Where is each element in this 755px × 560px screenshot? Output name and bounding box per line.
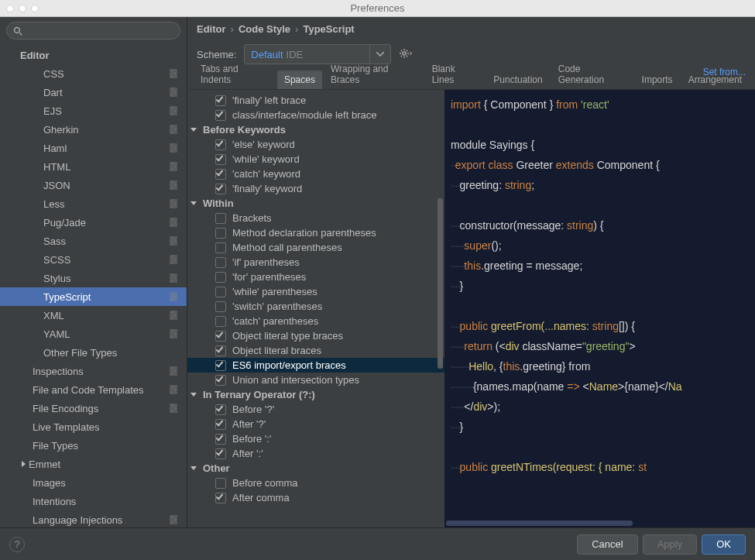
option--if-parentheses[interactable]: 'if' parentheses bbox=[187, 255, 444, 270]
checkbox[interactable] bbox=[215, 331, 226, 342]
help-button[interactable]: ? bbox=[9, 537, 25, 552]
checkbox[interactable] bbox=[215, 360, 226, 371]
sidebar-item-intentions[interactable]: Intentions bbox=[0, 492, 187, 510]
apply-button[interactable]: Apply bbox=[643, 534, 698, 555]
checkbox[interactable] bbox=[215, 404, 226, 415]
sidebar-item-inspections[interactable]: Inspections bbox=[0, 362, 187, 380]
sidebar-item-editor[interactable]: Editor bbox=[0, 46, 187, 64]
ok-button[interactable]: OK bbox=[702, 534, 746, 555]
sidebar-item-dart[interactable]: Dart bbox=[0, 83, 187, 101]
option--switch-parentheses[interactable]: 'switch' parentheses bbox=[187, 299, 444, 314]
sidebar-item-stylus[interactable]: Stylus bbox=[0, 269, 187, 287]
sidebar-item-live-templates[interactable]: Live Templates bbox=[0, 417, 187, 436]
checkbox[interactable] bbox=[215, 345, 226, 356]
scheme-select[interactable]: Default IDE bbox=[244, 44, 391, 64]
sidebar-item-haml[interactable]: Haml bbox=[0, 139, 187, 157]
option--while-keyword[interactable]: 'while' keyword bbox=[187, 152, 444, 167]
sidebar-item-css[interactable]: CSS bbox=[0, 64, 187, 83]
option-brackets[interactable]: Brackets bbox=[187, 211, 444, 225]
option--catch-keyword[interactable]: 'catch' keyword bbox=[187, 167, 444, 181]
sidebar-item-json[interactable]: JSON bbox=[0, 176, 187, 194]
sidebar-item-scss[interactable]: SCSS bbox=[0, 250, 187, 269]
sidebar-item-other-file-types[interactable]: Other File Types bbox=[0, 343, 187, 362]
checkbox[interactable] bbox=[215, 110, 226, 121]
crumb-1[interactable]: Code Style bbox=[239, 23, 290, 35]
option-es6-import-export-braces[interactable]: ES6 import/export braces bbox=[187, 358, 444, 373]
option-class-interface-module-left-brace[interactable]: class/interface/module left brace bbox=[187, 108, 444, 122]
checkbox[interactable] bbox=[215, 287, 226, 297]
option-object-literal-braces[interactable]: Object literal braces bbox=[187, 343, 444, 358]
scrollbar-vertical[interactable] bbox=[438, 198, 443, 369]
sidebar-item-gherkin[interactable]: Gherkin bbox=[0, 120, 187, 139]
sidebar-item-yaml[interactable]: YAML bbox=[0, 325, 187, 343]
checkbox[interactable] bbox=[215, 154, 226, 165]
checkbox[interactable] bbox=[215, 272, 226, 283]
sidebar-item-images[interactable]: Images bbox=[0, 473, 187, 492]
option--for-parentheses[interactable]: 'for' parentheses bbox=[187, 270, 444, 284]
gear-icon[interactable] bbox=[399, 48, 413, 61]
sidebar-item-pug-jade[interactable]: Pug/Jade bbox=[0, 213, 187, 232]
sidebar-item-ejs[interactable]: EJS bbox=[0, 101, 187, 120]
sidebar-item-sass[interactable]: Sass bbox=[0, 232, 187, 250]
option-group-header[interactable]: Other bbox=[187, 461, 444, 476]
search-field[interactable] bbox=[22, 25, 173, 36]
tab-spaces[interactable]: Spaces bbox=[277, 70, 322, 89]
option-group-header[interactable]: In Ternary Operator (?:) bbox=[187, 387, 444, 402]
checkbox[interactable] bbox=[215, 184, 226, 194]
close-dot[interactable] bbox=[6, 5, 14, 12]
sidebar-item-file-and-code-templates[interactable]: File and Code Templates bbox=[0, 380, 187, 399]
minimize-dot[interactable] bbox=[19, 5, 26, 12]
sidebar-item-label: Other File Types bbox=[43, 347, 168, 359]
sidebar-item-less[interactable]: Less bbox=[0, 194, 187, 213]
option-after-comma[interactable]: After comma bbox=[187, 490, 444, 505]
crumb-0[interactable]: Editor bbox=[197, 23, 226, 35]
tab-imports[interactable]: Imports bbox=[635, 70, 680, 89]
option-method-call-parentheses[interactable]: Method call parentheses bbox=[187, 240, 444, 255]
crumb-2[interactable]: TypeScript bbox=[303, 23, 354, 35]
option--else-keyword[interactable]: 'else' keyword bbox=[187, 137, 444, 152]
checkbox[interactable] bbox=[215, 419, 226, 430]
checkbox[interactable] bbox=[215, 478, 226, 489]
sidebar-item-language-injections[interactable]: Language Injections bbox=[0, 510, 187, 527]
checkbox[interactable] bbox=[215, 434, 226, 445]
checkbox[interactable] bbox=[215, 139, 226, 150]
option--catch-parentheses[interactable]: 'catch' parentheses bbox=[187, 314, 444, 328]
set-from-link[interactable]: Set from... bbox=[703, 67, 746, 77]
option-object-literal-type-braces[interactable]: Object literal type braces bbox=[187, 328, 444, 343]
sidebar-item-html[interactable]: HTML bbox=[0, 157, 187, 176]
option-group-header[interactable]: Before Keywords bbox=[187, 122, 444, 137]
sidebar-item-emmet[interactable]: Emmet bbox=[0, 455, 187, 473]
checkbox[interactable] bbox=[215, 257, 226, 268]
sidebar-item-file-encodings[interactable]: File Encodings bbox=[0, 399, 187, 417]
sidebar-item-typescript[interactable]: TypeScript bbox=[0, 287, 187, 306]
option-after-[interactable]: After ':' bbox=[187, 446, 444, 461]
option-before-[interactable]: Before ':' bbox=[187, 431, 444, 446]
option-after-[interactable]: After '?' bbox=[187, 417, 444, 431]
tab-punctuation[interactable]: Punctuation bbox=[486, 70, 549, 89]
option-group-header[interactable]: Within bbox=[187, 196, 444, 211]
checkbox[interactable] bbox=[215, 213, 226, 224]
option--finally-keyword[interactable]: 'finally' keyword bbox=[187, 181, 444, 196]
zoom-dot[interactable] bbox=[31, 5, 39, 12]
sidebar-item-file-types[interactable]: File Types bbox=[0, 436, 187, 455]
checkbox[interactable] bbox=[215, 375, 226, 386]
checkbox[interactable] bbox=[215, 301, 226, 312]
sidebar-item-xml[interactable]: XML bbox=[0, 306, 187, 325]
cancel-button[interactable]: Cancel bbox=[577, 534, 637, 555]
checkbox[interactable] bbox=[215, 169, 226, 180]
scrollbar-horizontal[interactable] bbox=[446, 520, 633, 526]
option-union-and-intersection-types[interactable]: Union and intersection types bbox=[187, 373, 444, 387]
option-before-comma[interactable]: Before comma bbox=[187, 476, 444, 490]
option--finally-left-brace[interactable]: 'finally' left brace bbox=[187, 93, 444, 108]
option-before-[interactable]: Before '?' bbox=[187, 402, 444, 417]
checkbox[interactable] bbox=[215, 493, 226, 503]
checkbox[interactable] bbox=[215, 228, 226, 239]
svg-rect-58 bbox=[170, 243, 177, 245]
checkbox[interactable] bbox=[215, 316, 226, 327]
option-method-declaration-parentheses[interactable]: Method declaration parentheses bbox=[187, 225, 444, 240]
checkbox[interactable] bbox=[215, 242, 226, 253]
option--while-parentheses[interactable]: 'while' parentheses bbox=[187, 284, 444, 299]
checkbox[interactable] bbox=[215, 95, 226, 106]
checkbox[interactable] bbox=[215, 448, 226, 459]
search-input[interactable] bbox=[6, 22, 180, 40]
